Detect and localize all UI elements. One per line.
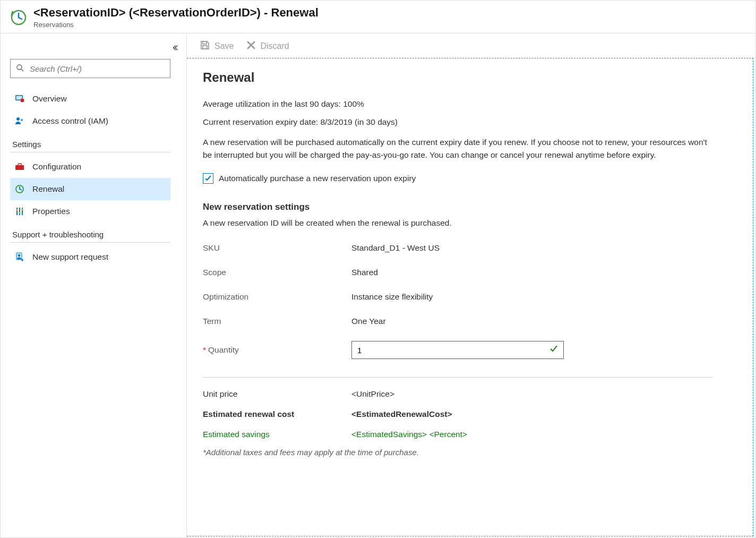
sidebar-item-support-request[interactable]: New support request xyxy=(10,246,170,268)
svg-rect-16 xyxy=(22,209,23,210)
save-icon xyxy=(200,40,210,53)
clock-renewal-icon xyxy=(14,184,25,194)
required-star-icon: * xyxy=(203,345,206,354)
sidebar-item-label: New support request xyxy=(32,252,108,262)
discard-label: Discard xyxy=(260,41,289,51)
svg-rect-19 xyxy=(203,41,207,44)
sidebar-item-label: Overview xyxy=(32,94,67,104)
page-header: <ReservationID> (<ReservationOrderID>) -… xyxy=(1,1,755,33)
scope-value: Shared xyxy=(351,268,585,277)
svg-line-2 xyxy=(21,69,23,71)
svg-point-1 xyxy=(17,65,22,70)
est-cost-value: <EstimatedRenewalCost> xyxy=(351,409,585,419)
sidebar-item-label: Renewal xyxy=(32,184,64,194)
est-savings-value: <EstimatedSavings> <Percent> xyxy=(351,430,585,439)
renewal-description: A new reservation will be purchased auto… xyxy=(203,136,712,161)
est-cost-label: Estimated renewal cost xyxy=(203,409,351,419)
utilization-line: Average utilization in the last 90 days:… xyxy=(203,98,737,110)
support-person-icon xyxy=(14,252,25,262)
scope-label: Scope xyxy=(203,268,351,277)
optimization-label: Optimization xyxy=(203,292,351,302)
toolbox-icon xyxy=(14,161,25,172)
sidebar-search[interactable] xyxy=(10,59,170,78)
svg-rect-14 xyxy=(16,209,18,211)
close-icon xyxy=(246,40,256,52)
sidebar: Overview Access control (IAM) Settings C… xyxy=(1,33,186,538)
optimization-value: Instance size flexibility xyxy=(351,292,585,302)
sidebar-item-label: Configuration xyxy=(32,162,81,172)
svg-point-5 xyxy=(21,98,24,102)
breadcrumb: Reservations xyxy=(33,21,319,29)
reservation-clock-icon xyxy=(10,9,27,26)
svg-point-7 xyxy=(21,119,23,121)
page-title: <ReservationID> (<ReservationOrderID>) -… xyxy=(33,6,319,20)
auto-purchase-label: Automatically purchase a new reservation… xyxy=(219,174,416,183)
people-icon xyxy=(14,116,25,126)
sidebar-item-renewal[interactable]: Renewal xyxy=(10,178,170,200)
term-value: One Year xyxy=(351,317,585,326)
check-valid-icon xyxy=(549,345,558,355)
checkbox-checked-icon xyxy=(203,173,213,184)
monitor-icon xyxy=(14,93,25,104)
command-bar: Save Discard xyxy=(187,33,755,58)
sidebar-item-label: Properties xyxy=(32,207,70,216)
auto-purchase-checkbox[interactable]: Automatically purchase a new reservation… xyxy=(203,173,737,184)
save-label: Save xyxy=(214,41,234,51)
term-label: Term xyxy=(203,317,351,326)
search-icon xyxy=(16,64,24,74)
quantity-label: *Quantity xyxy=(203,345,351,355)
sidebar-section-settings: Settings xyxy=(10,132,170,152)
new-reservation-settings-sub: A new reservation ID will be created whe… xyxy=(203,217,737,229)
sidebar-item-configuration[interactable]: Configuration xyxy=(10,156,170,178)
content-pane: Renewal Average utilization in the last … xyxy=(187,58,753,536)
unit-price-label: Unit price xyxy=(203,389,351,399)
sliders-icon xyxy=(14,206,25,217)
sidebar-item-overview[interactable]: Overview xyxy=(10,88,170,110)
save-button[interactable]: Save xyxy=(200,40,234,53)
search-input[interactable] xyxy=(30,64,165,73)
est-savings-label: Estimated savings xyxy=(203,430,351,439)
svg-rect-9 xyxy=(18,164,21,166)
content-title: Renewal xyxy=(203,70,737,85)
sidebar-section-support: Support + troubleshooting xyxy=(10,223,170,243)
sidebar-item-label: Access control (IAM) xyxy=(32,116,108,126)
svg-point-6 xyxy=(16,117,20,121)
sku-value: Standard_D1 - West US xyxy=(351,243,585,253)
section-divider xyxy=(203,377,712,378)
collapse-sidebar-icon[interactable] xyxy=(171,44,179,53)
quantity-input[interactable] xyxy=(351,341,564,359)
sidebar-item-iam[interactable]: Access control (IAM) xyxy=(10,110,170,132)
new-reservation-settings-header: New reservation settings xyxy=(203,202,737,212)
expiry-line: Current reservation expiry date: 8/3/201… xyxy=(203,116,737,129)
sidebar-item-properties[interactable]: Properties xyxy=(10,200,170,223)
unit-price-value: <UnitPrice> xyxy=(351,389,585,399)
sku-label: SKU xyxy=(203,243,351,253)
discard-button[interactable]: Discard xyxy=(246,40,289,52)
tax-footnote: *Additional taxes and fees may apply at … xyxy=(203,448,737,457)
svg-point-18 xyxy=(18,254,20,257)
svg-rect-20 xyxy=(203,46,207,49)
quantity-field[interactable] xyxy=(357,346,549,355)
svg-rect-15 xyxy=(19,212,21,214)
